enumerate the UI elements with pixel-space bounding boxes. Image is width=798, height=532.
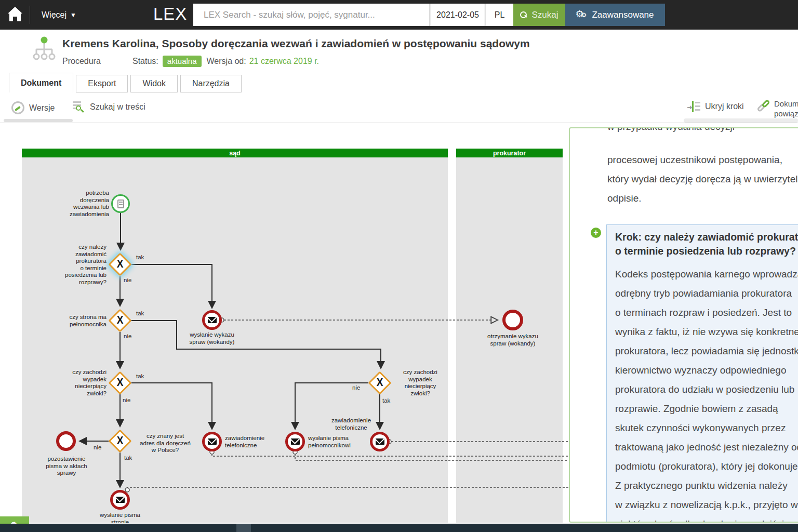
search-in-content-icon — [73, 101, 85, 113]
related-documents-label[interactable]: Dokumenty powiązane — [774, 99, 798, 119]
start-event-node[interactable] — [111, 194, 130, 213]
intro-paragraph: procesowej uczestnikowi postępowania, kt… — [607, 150, 798, 208]
search-button[interactable]: Szukaj — [513, 4, 565, 26]
edge-label-tak: tak — [136, 310, 144, 316]
edge-label-tak: tak — [136, 254, 144, 260]
node-label: czy zachodzi wypadek niecierpiący zwłoki… — [391, 369, 449, 397]
edge-label-nie: nie — [124, 333, 131, 339]
document-type-label: Procedura — [62, 57, 132, 66]
status-badge: aktualna — [163, 56, 202, 67]
node-label: potrzeba doręczenia wezwania lub zawiado… — [47, 190, 109, 218]
related-documents-button[interactable] — [756, 100, 771, 114]
page-title: Kremens Karolina, Sposoby doręczania wez… — [62, 37, 769, 50]
envelope-icon — [376, 438, 384, 445]
edge-label-tak: tak — [382, 397, 390, 404]
decision-urgent-right[interactable]: X — [368, 371, 391, 394]
node-label: otrzymanie wykazu spraw (wokandy) — [474, 333, 551, 347]
search-button-label: Szukaj — [531, 10, 558, 20]
hide-steps-label: Ukryj kroki — [705, 102, 744, 111]
node-label: czy zachodzi wypadek niecierpiący zwłoki… — [43, 369, 107, 397]
more-menu-button[interactable]: Więcej ▼ — [34, 0, 84, 30]
edge-label-nie: nie — [123, 397, 130, 403]
document-toolbar: Wersje Szukaj w treści ➜ Ukryj kroki — [0, 92, 798, 123]
versions-label: Wersje — [29, 103, 55, 113]
top-navbar: Więcej ▼ LEX 2021-02-05 PL Szukaj ⚙⚙ Zaa… — [0, 0, 798, 30]
status-label: Status: — [132, 57, 158, 66]
language-selector[interactable]: PL — [485, 4, 513, 26]
decision-notify-prosecutor[interactable]: X — [109, 253, 131, 276]
node-label: pozostawienie pisma w aktach sprawy — [35, 456, 98, 477]
tab-narzedzia[interactable]: Narzędzia — [180, 75, 242, 92]
edge-label-nie: nie — [94, 444, 101, 450]
lex-app: Więcej ▼ LEX 2021-02-05 PL Szukaj ⚙⚙ Zaa… — [0, 0, 798, 532]
version-date-link[interactable]: 21 czerwca 2019 r. — [249, 57, 319, 66]
panel-horizontal-scrollbar[interactable] — [684, 118, 798, 123]
link-icon — [756, 100, 771, 114]
gateway-x-icon: X — [109, 257, 131, 270]
task-phone-notice-left[interactable] — [202, 432, 222, 451]
document-tabs: Dokument Eksport Widok Narzędzia — [9, 73, 244, 92]
edge-label-nie: nie — [352, 384, 360, 391]
lex-logo[interactable]: LEX — [153, 4, 187, 24]
procedure-tree-icon — [32, 36, 56, 64]
expand-step-icon[interactable]: + — [591, 228, 601, 238]
decision-known-address[interactable]: X — [109, 430, 131, 453]
envelope-icon — [208, 317, 217, 323]
search-in-content-label: Szukaj w treści — [90, 102, 145, 112]
gateway-x-icon: X — [368, 376, 391, 389]
node-label: wysłanie wykazu spraw (wokandy) — [177, 331, 247, 345]
edge-label-nie: nie — [124, 277, 131, 283]
diagram-horizontal-scrollbar[interactable] — [4, 119, 73, 122]
event-receive-docket[interactable] — [502, 310, 523, 330]
chevron-down-icon: ▼ — [70, 11, 76, 19]
tab-eksport[interactable]: Eksport — [76, 75, 128, 92]
help-chat-button[interactable]: ☁ — [0, 516, 29, 524]
node-label: wysłanie pisma stronie — [85, 512, 155, 523]
envelope-icon — [116, 497, 125, 503]
node-label: zawiadomienie telefoniczne — [225, 435, 282, 449]
tab-widok[interactable]: Widok — [130, 75, 177, 92]
tab-dokument[interactable]: Dokument — [9, 73, 73, 92]
navbar-divider — [30, 6, 30, 24]
versions-icon — [11, 101, 24, 114]
node-label: wysłanie pisma pełnomocnikowi — [308, 435, 368, 449]
krok-highlight-box[interactable]: Krok: czy należy zawiadomić prokuratora … — [606, 224, 798, 523]
bottom-scrollbar-track — [0, 524, 798, 532]
document-meta: Procedura Status: aktualna Wersja od: 21… — [62, 55, 319, 68]
decision-urgent-left[interactable]: X — [109, 371, 131, 394]
advanced-button-label: Zaawansowane — [592, 10, 654, 20]
event-leave-in-files[interactable] — [56, 431, 76, 451]
home-icon — [8, 7, 22, 22]
task-phone-notice-right[interactable] — [370, 432, 390, 451]
bottom-scrollbar-thumb[interactable] — [236, 524, 251, 532]
advanced-search-button[interactable]: ⚙⚙ Zaawansowane — [565, 4, 665, 26]
search-date-field[interactable]: 2021-02-05 — [430, 4, 485, 26]
hide-steps-icon: ➜ — [687, 101, 700, 112]
krok-body-text: Kodeks postępowania karnego wprowadza od… — [615, 264, 798, 523]
node-label: czy strona ma pełnomocnika — [42, 314, 107, 328]
more-menu-label: Więcej — [42, 10, 66, 20]
krok-title-line1: Krok: czy należy zawiadomić prokuratora — [615, 230, 798, 244]
search-icon — [520, 11, 527, 19]
search-input[interactable] — [193, 4, 430, 26]
gears-icon: ⚙⚙ — [576, 10, 588, 20]
edge-label-tak: tak — [136, 373, 144, 379]
home-button[interactable] — [0, 0, 30, 30]
task-send-letter-party[interactable] — [110, 490, 130, 510]
node-label: czy należy zawiadomić prokuratora o term… — [30, 244, 107, 286]
step-text-panel: w przypadku wydania decyzji procesowej u… — [569, 127, 798, 523]
search-in-content-button[interactable]: Szukaj w treści — [73, 101, 145, 113]
node-label: zawiadomienie telefoniczne — [321, 417, 381, 431]
version-label: Wersja od: — [207, 57, 246, 66]
gateway-x-icon: X — [109, 376, 131, 389]
versions-button[interactable]: Wersje — [11, 101, 55, 114]
document-icon — [117, 200, 124, 208]
task-send-letter-attorney[interactable] — [285, 432, 305, 451]
gateway-x-icon: X — [109, 434, 131, 447]
task-send-docket[interactable] — [202, 310, 222, 330]
decision-has-attorney[interactable]: X — [109, 309, 131, 332]
edge-label-tak: tak — [124, 455, 132, 461]
hide-steps-button[interactable]: ➜ Ukryj kroki — [687, 101, 744, 112]
cloud-icon: ☁ — [9, 517, 17, 524]
envelope-icon — [291, 438, 300, 445]
